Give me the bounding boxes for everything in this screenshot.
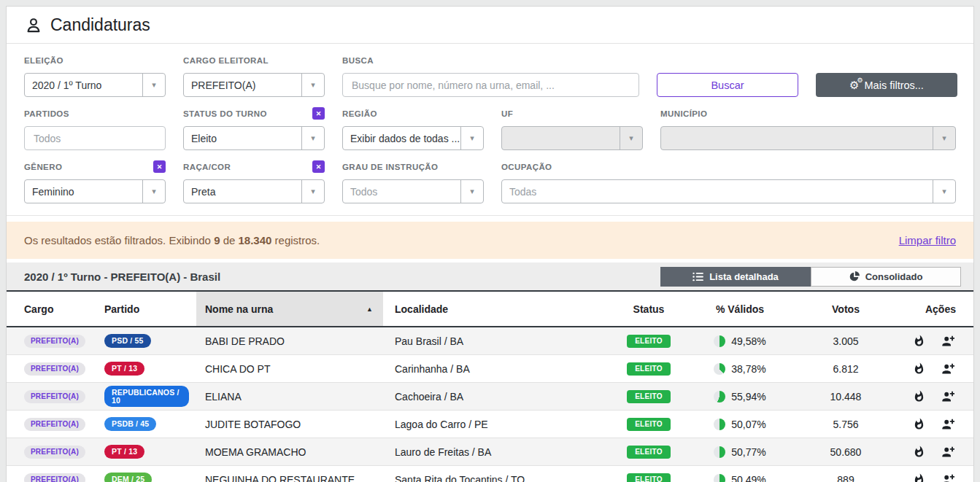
person-add-icon[interactable] (941, 391, 954, 403)
regiao-label: REGIÃO (342, 109, 377, 118)
search-input[interactable] (342, 73, 639, 97)
valid-pct-value: 50,77% (731, 446, 765, 458)
candidate-name: NEGUINHA DO RESTAURANTE (196, 466, 383, 482)
column-header-cargo[interactable]: Cargo (7, 292, 97, 326)
chevron-down-icon: ▾ (142, 74, 165, 96)
campaign-flame-icon[interactable] (913, 473, 925, 482)
uf-label: UF (501, 109, 513, 118)
status-badge: ELEITO (627, 473, 671, 482)
table-row: PREFEITO(A) PT / 13 MOEMA GRAMACHO Lauro… (7, 438, 973, 466)
party-badge: PT / 13 (104, 362, 144, 376)
status-badge: ELEITO (627, 446, 671, 459)
column-header-votos[interactable]: Votos (795, 292, 897, 326)
status-badge: ELEITO (627, 335, 671, 348)
filter-partidos: PARTIDOS (24, 107, 166, 150)
clear-genero-filter-button[interactable]: ✕ (153, 160, 166, 173)
campaign-flame-icon[interactable] (913, 390, 925, 403)
tab-consolidado[interactable]: Consolidado (811, 267, 961, 287)
cargo-badge: PREFEITO(A) (24, 335, 85, 348)
valid-pct-value: 55,94% (731, 391, 765, 403)
sort-asc-icon: ▲ (366, 306, 373, 313)
locality: Lagoa do Carro / PE (383, 411, 612, 438)
filter-municipio: MUNICÍPIO ▾ (660, 107, 956, 150)
campaign-flame-icon[interactable] (913, 335, 925, 347)
status-badge: ELEITO (627, 418, 671, 431)
cargo-select[interactable]: PREFEITO(A) ▾ (183, 73, 325, 97)
raca-cor-select[interactable]: Preta ▾ (183, 179, 325, 203)
clear-status-filter-button[interactable]: ✕ (312, 107, 325, 120)
valid-pct-pie-icon (714, 446, 725, 458)
column-header-nome-na-urna[interactable]: Nome na urna ▲ (196, 292, 383, 326)
candidate-name: ELIANA (196, 383, 383, 410)
partidos-input[interactable] (24, 126, 166, 150)
total-count: 18.340 (239, 234, 272, 246)
chevron-down-icon: ▾ (301, 74, 324, 96)
campaign-flame-icon[interactable] (913, 362, 925, 375)
status-turno-select[interactable]: Eleito ▾ (183, 126, 325, 150)
votes-value: 3.005 (795, 327, 897, 354)
busca-label: BUSCA (342, 56, 374, 65)
eleicao-select[interactable]: 2020 / 1º Turno ▾ (24, 73, 166, 97)
column-header-partido[interactable]: Partido (97, 292, 196, 326)
mais-filtros-button[interactable]: ⚙⚙ Mais filtros... (816, 73, 957, 97)
ocupacao-select[interactable]: Todas ▾ (501, 179, 956, 203)
cargo-badge: PREFEITO(A) (24, 418, 85, 431)
valid-pct-pie-icon (714, 474, 725, 482)
person-add-icon[interactable] (941, 474, 954, 482)
candidate-name: JUDITE BOTAFOGO (196, 411, 383, 438)
raca-cor-label: RAÇA/COR (183, 163, 231, 171)
status-turno-label: STATUS DO TURNO (183, 109, 267, 118)
table-row: PREFEITO(A) REPUBLICANOS / 10 ELIANA Cac… (7, 383, 973, 411)
person-add-icon[interactable] (941, 446, 954, 458)
grau-instrucao-label: GRAU DE INSTRUÇÃO (342, 163, 438, 171)
gears-icon: ⚙⚙ (849, 79, 859, 90)
table-row: PREFEITO(A) PSDB / 45 JUDITE BOTAFOGO La… (7, 411, 973, 438)
tab-lista-detalhada[interactable]: Lista detalhada (660, 267, 811, 287)
municipio-select: ▾ (660, 126, 956, 150)
candidate-name: BABI DE PRADO (196, 327, 383, 354)
status-badge: ELEITO (627, 390, 671, 403)
eleicao-label: ELEIÇÃO (24, 56, 63, 65)
chevron-down-icon: ▾ (301, 180, 324, 203)
person-icon (24, 16, 43, 35)
cargo-badge: PREFEITO(A) (24, 390, 85, 403)
partidos-label: PARTIDOS (24, 109, 69, 118)
cargo-badge: PREFEITO(A) (24, 473, 85, 482)
filter-grau-instrucao: GRAU DE INSTRUÇÃO Todos ▾ (342, 160, 484, 203)
regiao-select[interactable]: Exibir dados de todas ... ▾ (342, 126, 484, 150)
filter-uf: UF ▾ (501, 107, 643, 150)
cargo-badge: PREFEITO(A) (24, 446, 85, 459)
limpar-filtro-link[interactable]: Limpar filtro (899, 234, 956, 246)
party-badge: PT / 13 (104, 445, 144, 459)
genero-select[interactable]: Feminino ▾ (24, 179, 166, 203)
clear-raca-filter-button[interactable]: ✕ (312, 160, 325, 173)
municipio-label: MUNICÍPIO (660, 109, 707, 118)
valid-pct-value: 50,07% (731, 419, 765, 430)
candidaturas-card: Candidaturas ELEIÇÃO 2020 / 1º Turno ▾ C… (6, 6, 974, 482)
column-header-validos[interactable]: % Válidos (685, 292, 795, 326)
campaign-flame-icon[interactable] (913, 418, 925, 430)
party-badge: REPUBLICANOS / 10 (104, 386, 189, 407)
filter-genero: GÊNERO ✕ Feminino ▾ (24, 160, 166, 203)
mais-filtros-field: ⚙⚙ Mais filtros... (816, 54, 957, 97)
campaign-flame-icon[interactable] (913, 446, 925, 458)
locality: Carinhanha / BA (383, 355, 612, 382)
table-row: PREFEITO(A) DEM / 25 NEGUINHA DO RESTAUR… (7, 466, 973, 482)
person-add-icon[interactable] (941, 363, 954, 375)
column-header-localidade[interactable]: Localidade (383, 292, 612, 326)
grau-instrucao-select[interactable]: Todos ▾ (342, 179, 484, 203)
buscar-button[interactable]: Buscar (657, 73, 798, 97)
person-add-icon[interactable] (941, 335, 954, 347)
person-add-icon[interactable] (941, 419, 954, 430)
chevron-down-icon: ▾ (933, 127, 955, 149)
filter-regiao: REGIÃO Exibir dados de todas ... ▾ (342, 107, 484, 150)
filters-panel: ELEIÇÃO 2020 / 1º Turno ▾ CARGO ELEITORA… (7, 44, 973, 216)
view-tabs: Lista detalhada Consolidado (660, 267, 961, 287)
column-header-status[interactable]: Status (612, 292, 685, 326)
chevron-down-icon: ▾ (460, 180, 483, 203)
votes-value: 50.680 (795, 438, 897, 465)
page-header: Candidaturas (7, 7, 973, 44)
list-icon (692, 272, 703, 281)
cargo-badge: PREFEITO(A) (24, 362, 85, 376)
table-row: PREFEITO(A) PSD / 55 BABI DE PRADO Pau B… (7, 327, 973, 355)
